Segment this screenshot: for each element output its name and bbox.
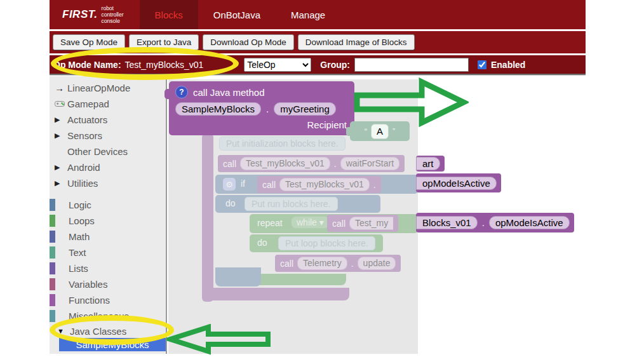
arrow-right-icon: → [55, 83, 67, 93]
expand-triangle-icon: ▶ [55, 116, 67, 124]
toolbox-category-math[interactable]: Math [50, 229, 166, 245]
gamepad-icon [55, 100, 67, 107]
logo-subtitle: robot controller console [102, 5, 131, 25]
toolbox-category-functions[interactable]: Functions [50, 292, 166, 308]
function-block-left-bar [202, 133, 213, 302]
toolbox-item-sensors[interactable]: ▶ Sensors [50, 128, 166, 144]
help-icon[interactable]: ? [175, 86, 188, 98]
while-dropdown: while ▾ [291, 216, 330, 229]
recipient-param-label: Recipient [307, 119, 347, 130]
green-right-arrow-annotation [353, 77, 469, 128]
category-color-swatch [50, 199, 55, 211]
category-color-swatch [50, 246, 55, 259]
call-waitforstart-block: call Test_myBlocks_v01 . waitForStart [218, 155, 405, 172]
download-image-button[interactable]: Download Image of Blocks [298, 34, 415, 50]
green-left-arrow-annotation [166, 324, 272, 356]
yellow-ellipse-java-classes [50, 315, 174, 345]
toolbox-category-text[interactable]: Text [50, 245, 166, 260]
waitforstart-block-fragment[interactable]: art [416, 156, 445, 172]
toolbox-item-android[interactable]: ▶ Android [50, 159, 166, 175]
group-input[interactable] [354, 58, 469, 72]
call-opmodeisactive-block: call Test_myBlocks_v01 . [257, 176, 381, 193]
toolbox-item-actuators[interactable]: ▶ Actuators [50, 112, 166, 128]
if-block-bottom [215, 267, 261, 286]
opmodeisactive-block-fragment[interactable]: opModeIsActive [416, 173, 501, 192]
toolbox-category-variables[interactable]: Variables [50, 276, 166, 292]
call-java-method-block[interactable]: ? call Java method SampleMyBlocks . myGr… [169, 81, 354, 135]
method-dropdown[interactable]: myGreeting [274, 102, 336, 116]
download-opmode-button[interactable]: Download Op Mode [203, 34, 293, 50]
group-label: Group: [320, 60, 350, 70]
opmodeisactive-call-fragment[interactable]: Blocks_v01 . opModeIsActive [416, 213, 574, 232]
expand-triangle-icon: ▶ [55, 163, 67, 172]
toolbox-category-logic[interactable]: Logic [50, 197, 166, 213]
class-dropdown[interactable]: SampleMyBlocks [175, 102, 261, 116]
gear-mutator-icon: ⚙ [223, 178, 236, 191]
category-color-swatch [50, 278, 55, 290]
call-opmodeisactive-block-clipped: call Test_my [327, 215, 398, 232]
enabled-checkbox[interactable] [478, 60, 486, 69]
comment-block: Put run blocks here. [245, 197, 338, 211]
tab-manage[interactable]: Manage [276, 0, 340, 29]
function-block-bottom-bar [202, 288, 349, 300]
category-color-swatch [50, 294, 55, 306]
toolbox-category-loops[interactable]: Loops [50, 213, 166, 229]
nav-tabs: Blocks OnBotJava Manage [140, 0, 341, 29]
toolbox-item-other-devices[interactable]: Other Devices [50, 144, 166, 159]
tab-blocks[interactable]: Blocks [140, 0, 198, 29]
toolbox-item-utilities[interactable]: ▶ Utilities [50, 175, 166, 191]
category-color-swatch [50, 262, 55, 274]
category-color-swatch [50, 215, 55, 227]
expand-triangle-icon: ▶ [55, 131, 67, 140]
block-title: call Java method [193, 87, 265, 98]
screenshot-stage: FIRST. robot controller console Blocks O… [0, 0, 644, 357]
tab-onbotjava[interactable]: OnBotJava [198, 0, 276, 29]
yellow-ellipse-opmode-name [51, 47, 239, 80]
category-color-swatch [50, 310, 55, 322]
first-logo: FIRST. [62, 8, 98, 21]
opmode-flavor-select[interactable]: TeleOp [244, 58, 311, 72]
blocks-toolbox: → LinearOpMode Gamepad ▶ Actuators ▶ Sen… [50, 76, 167, 354]
repeat-block-bottom [250, 274, 346, 285]
comment-block: Put loop blocks here. [278, 236, 375, 250]
toolbox-item-linearopmode[interactable]: → LinearOpMode [50, 80, 166, 96]
category-color-swatch [50, 231, 55, 243]
toolbox-category-lists[interactable]: Lists [50, 260, 166, 276]
call-telemetry-update-block: call Telemetry . update [275, 255, 401, 272]
toolbox-item-gamepad[interactable]: Gamepad [50, 96, 166, 112]
comment-block: Put initialization blocks here. [219, 137, 345, 151]
expand-triangle-icon: ▶ [55, 179, 67, 187]
enabled-label: Enabled [491, 60, 525, 70]
app-header: FIRST. robot controller console Blocks O… [50, 0, 586, 29]
